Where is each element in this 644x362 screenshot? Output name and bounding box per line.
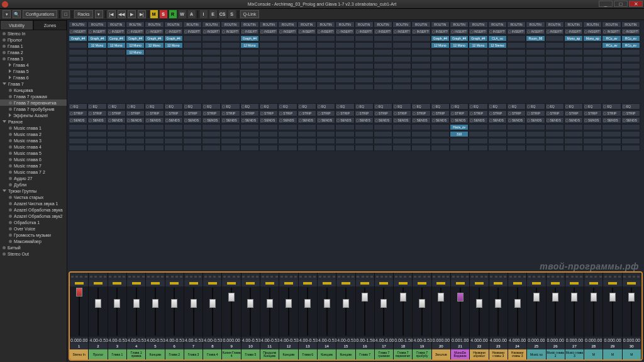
insert-slot-empty[interactable] xyxy=(126,56,145,62)
routing-header[interactable]: ROUTIN xyxy=(545,21,564,28)
send-slot-empty[interactable] xyxy=(450,145,469,151)
insert-slot-empty[interactable] xyxy=(488,70,507,76)
channel-name[interactable]: МоноDe Видание xyxy=(451,349,469,359)
insert-slot[interactable] xyxy=(145,49,164,55)
sends-header[interactable]: SENDS xyxy=(126,117,145,123)
insert-slot[interactable] xyxy=(392,35,411,42)
send-slot[interactable] xyxy=(164,131,183,137)
sends-header[interactable]: SENDS xyxy=(469,117,487,123)
insert-slot-empty[interactable] xyxy=(183,84,202,90)
pan-control[interactable] xyxy=(489,280,508,286)
channel-controls[interactable] xyxy=(279,273,297,280)
insert-slot-empty[interactable] xyxy=(316,56,335,62)
send-slot[interactable] xyxy=(183,124,202,130)
pan-control[interactable] xyxy=(527,280,545,286)
insert-slot-empty[interactable] xyxy=(183,70,202,76)
track-item[interactable]: Music глава 1 xyxy=(0,125,67,131)
insert-slot[interactable]: Mono_ap xyxy=(583,35,602,42)
insert-slot[interactable]: Graph_#4 xyxy=(87,35,106,42)
insert-slot-empty[interactable] xyxy=(297,70,316,76)
send-slot[interactable] xyxy=(602,124,621,130)
insert-slot-empty[interactable] xyxy=(469,63,487,69)
send-slot-empty[interactable] xyxy=(488,145,507,151)
track-item[interactable]: Трюки Группы xyxy=(0,188,67,194)
insert-slot[interactable] xyxy=(202,49,221,55)
send-slot[interactable] xyxy=(621,131,640,137)
send-slot-empty[interactable] xyxy=(488,138,507,144)
insert-slot-empty[interactable] xyxy=(602,63,621,69)
insert-slot[interactable] xyxy=(183,42,202,48)
sends-header[interactable]: SENDS xyxy=(411,117,430,123)
fader-handle[interactable] xyxy=(571,293,577,302)
insert-slot-empty[interactable] xyxy=(355,84,374,90)
fader[interactable] xyxy=(184,286,203,337)
send-slot[interactable] xyxy=(564,124,583,130)
send-slot-empty[interactable] xyxy=(202,138,221,144)
send-slot[interactable] xyxy=(411,124,430,130)
insert-slot-empty[interactable] xyxy=(450,77,469,83)
send-slot[interactable] xyxy=(240,124,259,130)
fader-handle[interactable] xyxy=(609,293,616,302)
fader-handle[interactable] xyxy=(343,299,349,308)
send-slot-empty[interactable] xyxy=(355,138,374,144)
tab-visibility[interactable]: Visibility xyxy=(0,20,33,30)
channel-controls[interactable] xyxy=(565,273,584,280)
sends-header[interactable]: SENDS xyxy=(278,117,297,123)
insert-slot-empty[interactable] xyxy=(202,70,221,76)
channel-controls[interactable] xyxy=(336,273,355,280)
eq-header[interactable]: EQ xyxy=(507,103,526,110)
eq-header[interactable]: EQ xyxy=(221,103,240,110)
routing-header[interactable]: ROUTIN xyxy=(221,21,240,28)
channel-controls[interactable] xyxy=(623,273,641,280)
insert-slot-empty[interactable] xyxy=(469,84,487,90)
strip-header[interactable]: STRIP xyxy=(621,110,640,116)
search-button[interactable]: 🔍 xyxy=(13,10,21,18)
channel-name[interactable]: Music хо xyxy=(527,349,545,359)
inserts-header[interactable]: INSERT! xyxy=(507,28,526,35)
fader-handle[interactable] xyxy=(286,299,292,308)
insert-slot[interactable] xyxy=(545,35,564,42)
track-item[interactable]: Over Voice xyxy=(0,225,67,232)
track-item[interactable]: Максимайзер xyxy=(0,238,67,244)
fader[interactable] xyxy=(127,286,145,337)
channel-name[interactable]: Глава 7 пробубу xyxy=(413,349,431,359)
track-item[interactable]: Разное xyxy=(0,118,67,125)
insert-slot-empty[interactable] xyxy=(450,84,469,90)
send-slot-empty[interactable] xyxy=(335,138,354,144)
routing-header[interactable]: ROUTIN xyxy=(240,21,259,28)
insert-slot-empty[interactable] xyxy=(621,84,640,90)
send-slot-empty[interactable] xyxy=(278,145,297,151)
fader-handle[interactable] xyxy=(552,293,558,302)
insert-slot[interactable] xyxy=(583,42,602,48)
send-slot-empty[interactable] xyxy=(355,145,374,151)
i-button[interactable]: I xyxy=(200,10,208,18)
insert-slot[interactable] xyxy=(411,35,430,42)
send-slot[interactable] xyxy=(374,131,392,137)
sends-header[interactable]: SENDS xyxy=(297,117,316,123)
fader[interactable] xyxy=(470,286,488,337)
send-slot[interactable] xyxy=(507,124,526,130)
insert-slot[interactable] xyxy=(316,35,335,42)
eq-header[interactable]: EQ xyxy=(621,103,640,110)
insert-slot[interactable] xyxy=(316,49,335,55)
insert-slot-empty[interactable] xyxy=(621,63,640,69)
eq-header[interactable]: EQ xyxy=(602,103,621,110)
racks-toggle[interactable]: ▾ xyxy=(95,10,103,18)
insert-slot-empty[interactable] xyxy=(392,77,411,83)
insert-slot[interactable]: RCo_av xyxy=(602,35,621,42)
send-slot-empty[interactable] xyxy=(392,138,411,144)
insert-slot[interactable]: Graph_#4 xyxy=(431,35,450,42)
insert-slot[interactable]: 12 Mono xyxy=(126,42,145,48)
pan-control[interactable] xyxy=(165,280,184,286)
fader[interactable] xyxy=(318,286,336,337)
insert-slot-empty[interactable] xyxy=(355,77,374,83)
send-slot-empty[interactable] xyxy=(240,138,259,144)
channel-name[interactable]: Концовк xyxy=(279,349,297,359)
insert-slot[interactable]: Mono_ap xyxy=(564,35,583,42)
eq-header[interactable]: EQ xyxy=(374,103,392,110)
routing-header[interactable]: ROUTIN xyxy=(126,21,145,28)
sends-header[interactable]: SENDS xyxy=(431,117,450,123)
fader[interactable] xyxy=(394,286,412,337)
send-slot[interactable] xyxy=(316,124,335,130)
track-item[interactable]: Music глава 5 xyxy=(0,150,67,156)
